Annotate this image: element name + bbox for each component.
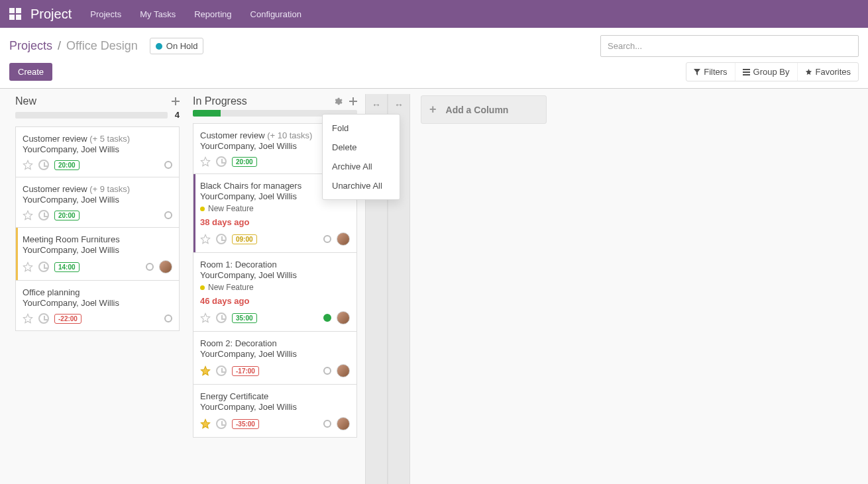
assignee-avatar[interactable]: [337, 311, 350, 324]
add-column-button[interactable]: + Add a Column: [421, 95, 547, 124]
hours-pill: -22:00: [54, 314, 81, 324]
activity-clock-icon[interactable]: [38, 160, 49, 170]
kanban-card[interactable]: Customer review (+ 5 tasks) YourCompany,…: [15, 126, 180, 177]
dropdown-item-delete[interactable]: Delete: [323, 138, 400, 157]
hours-pill: -35:00: [232, 419, 259, 429]
star-icon: [805, 68, 812, 75]
svg-rect-2: [743, 74, 750, 75]
nav-link-projects[interactable]: Projects: [90, 9, 121, 19]
priority-star-icon[interactable]: [23, 160, 33, 170]
kanban-state-icon[interactable]: [323, 367, 331, 375]
priority-star-icon[interactable]: [200, 156, 211, 167]
groupby-button[interactable]: Group By: [735, 63, 797, 81]
kanban-card[interactable]: Room 1: Decoration YourCompany, Joel Wil…: [193, 252, 357, 332]
kanban-state-icon[interactable]: [146, 263, 154, 271]
activity-clock-icon[interactable]: [216, 234, 227, 244]
column-quick-add-icon[interactable]: [172, 97, 180, 105]
breadcrumb-current: Office Design: [66, 39, 138, 53]
kanban-state-icon[interactable]: [164, 315, 172, 322]
apps-launcher-icon[interactable]: [9, 8, 21, 20]
hours-pill: 14:00: [54, 262, 80, 272]
status-label: On Hold: [166, 41, 198, 51]
breadcrumb-separator: /: [58, 39, 61, 53]
column-settings-dropdown: Fold Delete Archive All Unarchive All: [322, 114, 400, 200]
column-title[interactable]: New: [15, 95, 36, 107]
dropdown-item-fold[interactable]: Fold: [323, 119, 400, 138]
kanban-card[interactable]: Meeting Room Furnitures YourCompany, Joe…: [15, 227, 180, 281]
tag-dot-icon: [200, 285, 205, 290]
status-dot-icon: [156, 43, 162, 50]
assignee-avatar[interactable]: [337, 417, 350, 430]
search-input[interactable]: [600, 35, 859, 57]
priority-star-icon[interactable]: [200, 234, 211, 244]
svg-rect-0: [743, 69, 750, 70]
column-settings-icon[interactable]: [333, 97, 343, 106]
priority-star-icon[interactable]: [200, 313, 211, 323]
nav-link-mytasks[interactable]: My Tasks: [140, 9, 176, 19]
priority-star-icon[interactable]: [200, 365, 211, 376]
dropdown-item-unarchive-all[interactable]: Unarchive All: [323, 176, 400, 195]
assignee-avatar[interactable]: [337, 364, 350, 377]
kanban-state-icon[interactable]: [323, 235, 331, 243]
kanban-state-icon[interactable]: [323, 420, 331, 428]
kanban-card[interactable]: Energy Certificate YourCompany, Joel Wil…: [193, 384, 357, 438]
activity-clock-icon[interactable]: [216, 418, 227, 429]
card-tag: New Feature: [200, 204, 254, 213]
priority-star-icon[interactable]: [23, 210, 33, 220]
unfold-icon: ↔: [388, 99, 409, 110]
nav-link-reporting[interactable]: Reporting: [194, 9, 231, 19]
kanban-card[interactable]: Room 2: Decoration YourCompany, Joel Wil…: [193, 331, 357, 385]
kanban-card[interactable]: Customer review (+ 9 tasks) YourCompany,…: [15, 177, 180, 228]
hours-pill: 09:00: [232, 234, 257, 244]
nav-link-configuration[interactable]: Configuration: [250, 9, 301, 19]
add-column-label: Add a Column: [446, 105, 509, 115]
activity-clock-icon[interactable]: [38, 313, 49, 324]
column-progress-bar: [15, 112, 168, 119]
unfold-icon: ↔: [366, 99, 387, 110]
activity-clock-icon[interactable]: [216, 313, 227, 323]
priority-star-icon[interactable]: [23, 262, 33, 272]
hours-pill: 20:00: [54, 160, 80, 170]
activity-clock-icon[interactable]: [38, 262, 49, 272]
activity-clock-icon[interactable]: [216, 156, 227, 167]
assignee-avatar[interactable]: [337, 232, 350, 246]
create-button[interactable]: Create: [9, 63, 52, 81]
svg-rect-1: [743, 72, 750, 73]
kanban-state-icon[interactable]: [323, 314, 331, 322]
kanban-state-icon[interactable]: [164, 211, 172, 219]
kanban-board: New 4 Customer review (+ 5 tasks) YourCo…: [0, 89, 868, 484]
project-status-pill[interactable]: On Hold: [150, 38, 204, 54]
plus-icon: +: [429, 103, 437, 117]
column-title[interactable]: In Progress: [193, 95, 247, 107]
search-options: Filters Group By Favorites: [686, 62, 859, 81]
dropdown-item-archive-all[interactable]: Archive All: [323, 157, 400, 176]
control-panel: Projects / Office Design On Hold Create …: [0, 28, 868, 89]
tag-dot-icon: [200, 207, 205, 211]
column-quick-add-icon[interactable]: [349, 97, 357, 105]
card-tag: New Feature: [200, 283, 254, 292]
hours-pill: 20:00: [232, 157, 257, 167]
list-icon: [743, 69, 750, 75]
favorites-button[interactable]: Favorites: [797, 63, 858, 81]
activity-clock-icon[interactable]: [38, 210, 49, 220]
app-name[interactable]: Project: [30, 7, 72, 22]
funnel-icon: [694, 69, 700, 75]
assignee-avatar[interactable]: [159, 260, 172, 273]
hours-pill: 35:00: [232, 313, 257, 323]
kanban-column-new: New 4 Customer review (+ 5 tasks) YourCo…: [7, 94, 188, 330]
breadcrumb-parent-link[interactable]: Projects: [9, 39, 52, 53]
breadcrumb: Projects / Office Design On Hold: [9, 38, 600, 54]
kanban-card[interactable]: Office planning YourCompany, Joel Willis…: [15, 280, 180, 331]
card-deadline: 38 days ago: [200, 217, 350, 227]
card-deadline: 46 days ago: [200, 296, 350, 306]
activity-clock-icon[interactable]: [216, 365, 227, 376]
hours-pill: 20:00: [54, 211, 80, 220]
column-count: 4: [172, 110, 180, 120]
priority-star-icon[interactable]: [200, 418, 211, 429]
navbar: Project Projects My Tasks Reporting Conf…: [0, 0, 868, 28]
hours-pill: -17:00: [232, 366, 259, 376]
priority-star-icon[interactable]: [23, 313, 33, 324]
kanban-state-icon[interactable]: [164, 161, 172, 169]
kanban-column-inprogress: In Progress Fold Delete Archive All Unar…: [185, 94, 365, 437]
filters-button[interactable]: Filters: [686, 63, 734, 81]
